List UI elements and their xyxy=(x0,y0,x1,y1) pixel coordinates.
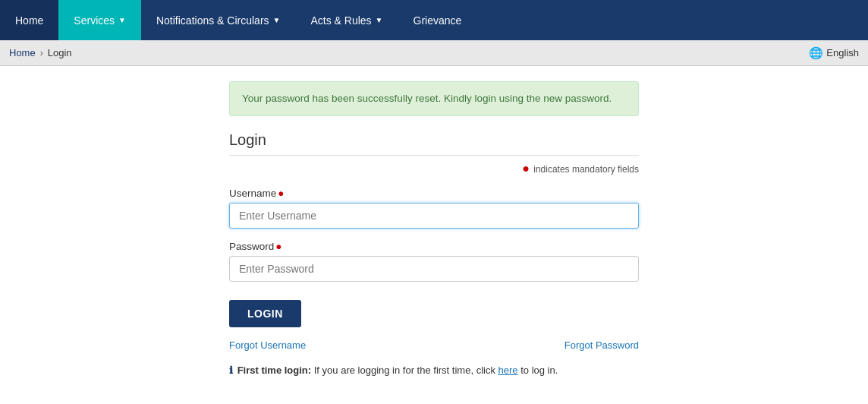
success-banner: Your password has been successfully rese… xyxy=(229,81,639,116)
first-login-end: to log in. xyxy=(520,365,558,376)
breadcrumb-home-link[interactable]: Home xyxy=(9,47,36,58)
forgot-links: Forgot Username Forgot Password xyxy=(229,339,639,351)
breadcrumb-separator: › xyxy=(40,48,43,58)
mandatory-dot: ● xyxy=(522,162,530,175)
password-input[interactable] xyxy=(229,256,639,282)
username-group: Username● xyxy=(229,188,639,229)
nav-services[interactable]: Services ▼ xyxy=(58,0,141,40)
username-input[interactable] xyxy=(229,203,639,229)
first-login-note: ℹ First time login: If you are logging i… xyxy=(229,363,639,378)
nav-notifications[interactable]: Notifications & Circulars ▼ xyxy=(141,0,296,40)
nav-grievance[interactable]: Grievance xyxy=(398,0,477,40)
mandatory-note: ● indicates mandatory fields xyxy=(229,162,639,175)
breadcrumb: Home › Login xyxy=(9,47,72,58)
login-heading: Login xyxy=(229,131,639,156)
username-label: Username● xyxy=(229,188,639,199)
language-label: English xyxy=(826,47,859,58)
password-label: Password● xyxy=(229,241,639,252)
first-login-bold: First time login: xyxy=(237,365,312,376)
chevron-down-icon: ▼ xyxy=(273,16,281,24)
language-selector[interactable]: 🌐 English xyxy=(809,46,859,60)
password-group: Password● xyxy=(229,241,639,282)
nav-home[interactable]: Home xyxy=(0,0,58,40)
info-icon: ℹ xyxy=(229,365,233,376)
nav-services-label: Services xyxy=(74,14,115,27)
chevron-down-icon: ▼ xyxy=(118,16,126,24)
navbar: Home Services ▼ Notifications & Circular… xyxy=(0,0,868,40)
success-message: Your password has been successfully rese… xyxy=(242,93,612,104)
first-login-here-link[interactable]: here xyxy=(498,365,518,376)
password-required: ● xyxy=(275,241,281,252)
login-button[interactable]: LOGIN xyxy=(229,300,301,327)
mandatory-note-text: indicates mandatory fields xyxy=(533,164,639,175)
breadcrumb-bar: Home › Login 🌐 English xyxy=(0,40,868,66)
nav-acts[interactable]: Acts & Rules ▼ xyxy=(295,0,398,40)
chevron-down-icon: ▼ xyxy=(376,16,383,24)
globe-icon: 🌐 xyxy=(809,46,823,60)
breadcrumb-current: Login xyxy=(48,47,72,58)
content-center: Your password has been successfully rese… xyxy=(214,81,654,378)
nav-acts-label: Acts & Rules xyxy=(310,14,371,27)
main-content: Your password has been successfully rese… xyxy=(0,66,868,404)
username-required: ● xyxy=(278,188,284,199)
forgot-password-link[interactable]: Forgot Password xyxy=(565,339,639,351)
nav-notifications-label: Notifications & Circulars xyxy=(156,14,269,27)
login-button-container: LOGIN xyxy=(229,294,639,339)
forgot-username-link[interactable]: Forgot Username xyxy=(229,339,306,351)
first-login-text: If you are logging in for the first time… xyxy=(314,365,498,376)
